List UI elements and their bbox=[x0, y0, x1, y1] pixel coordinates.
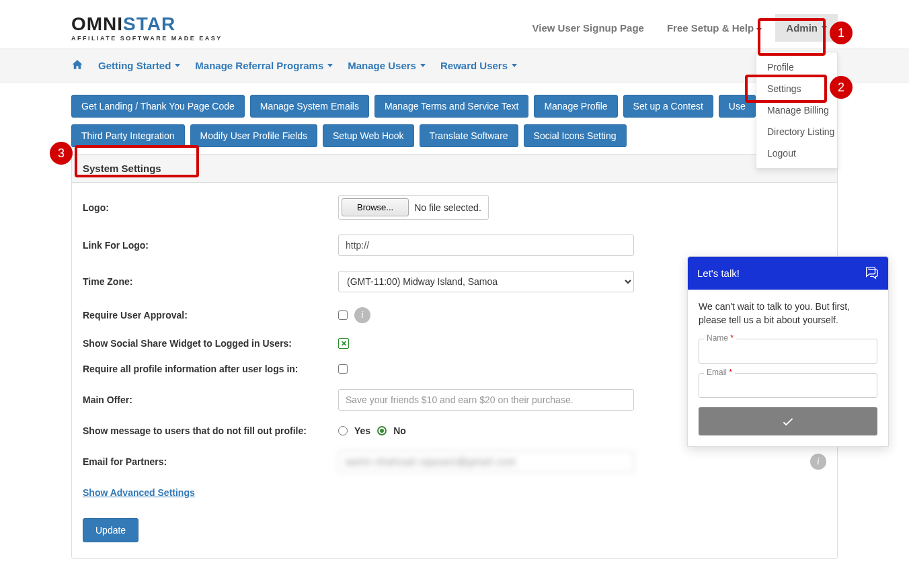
chat-intro-text: We can't wait to talk to you. But first,… bbox=[699, 300, 877, 327]
label-require-profile: Require all profile information after us… bbox=[83, 364, 338, 374]
annotation-number-3: 3 bbox=[50, 142, 73, 165]
btn-use[interactable]: Use bbox=[719, 95, 756, 118]
radio-show-msg-yes[interactable] bbox=[338, 426, 348, 435]
btn-setup-webhook[interactable]: Setup Web Hook bbox=[323, 124, 414, 147]
btn-terms-service[interactable]: Manage Terms and Service Text bbox=[374, 95, 528, 118]
chat-label-email: Email * bbox=[704, 368, 735, 377]
radio-show-msg-no[interactable] bbox=[377, 426, 387, 435]
btn-modify-profile-fields[interactable]: Modify User Profile Fields bbox=[190, 124, 318, 147]
caret-down-icon bbox=[420, 64, 426, 67]
logo-tagline: AFFILIATE SOFTWARE MADE EASY bbox=[71, 35, 223, 42]
input-email-partners[interactable] bbox=[338, 451, 634, 472]
btn-translate-software[interactable]: Translate Software bbox=[420, 124, 518, 147]
info-icon[interactable]: i bbox=[810, 454, 826, 470]
label-show-message: Show message to users that do not fill o… bbox=[83, 425, 338, 436]
label-timezone: Time Zone: bbox=[83, 276, 338, 287]
menu-item-settings[interactable]: Settings bbox=[756, 78, 837, 99]
caret-down-icon bbox=[822, 26, 827, 30]
chat-widget: Let's talk! We can't wait to talk to you… bbox=[687, 256, 889, 447]
btn-third-party-integration[interactable]: Third Party Integration bbox=[71, 124, 185, 147]
label-link-logo: Link For Logo: bbox=[83, 240, 338, 251]
admin-menu-button[interactable]: Admin bbox=[775, 14, 838, 42]
input-main-offer[interactable] bbox=[338, 389, 634, 411]
logo-text-a: OMNI bbox=[71, 13, 123, 34]
checkbox-require-approval[interactable] bbox=[338, 310, 348, 320]
menu-item-billing[interactable]: Manage Billing bbox=[756, 99, 837, 121]
btn-landing-code[interactable]: Get Landing / Thank You Page Code bbox=[71, 95, 245, 118]
file-status: No file selected. bbox=[414, 202, 485, 213]
caret-down-icon bbox=[512, 64, 517, 67]
btn-manage-profile[interactable]: Manage Profile bbox=[534, 95, 617, 118]
brand-logo: OMNISTAR AFFILIATE SOFTWARE MADE EASY bbox=[71, 13, 223, 42]
menu-item-logout[interactable]: Logout bbox=[756, 142, 837, 164]
update-button[interactable]: Update bbox=[83, 518, 139, 542]
select-timezone[interactable]: (GMT-11:00) Midway Island, Samoa bbox=[338, 271, 634, 292]
btn-social-icons[interactable]: Social Icons Setting bbox=[524, 124, 627, 147]
home-icon[interactable] bbox=[71, 58, 83, 73]
view-signup-link[interactable]: View User Signup Page bbox=[523, 14, 654, 42]
caret-down-icon bbox=[175, 64, 180, 67]
nav-manage-users[interactable]: Manage Users bbox=[348, 60, 426, 71]
free-setup-link[interactable]: Free Setup & Help bbox=[658, 14, 771, 42]
checkbox-require-profile[interactable] bbox=[338, 364, 348, 374]
input-link-logo[interactable] bbox=[338, 235, 634, 256]
chat-submit-button[interactable] bbox=[699, 407, 877, 435]
nav-reward-users[interactable]: Reward Users bbox=[440, 60, 517, 71]
nav-getting-started[interactable]: Getting Started bbox=[98, 60, 180, 71]
chat-icon bbox=[864, 265, 879, 282]
label-social-share: Show Social Share Widget to Logged in Us… bbox=[83, 338, 338, 349]
label-email-partners: Email for Partners: bbox=[83, 456, 338, 467]
file-input-logo[interactable]: Browse... No file selected. bbox=[338, 195, 489, 220]
chat-title: Let's talk! bbox=[697, 267, 740, 279]
caret-down-icon bbox=[327, 64, 333, 67]
label-require-approval: Require User Approval: bbox=[83, 310, 338, 321]
btn-system-emails[interactable]: Manage System Emails bbox=[250, 95, 369, 118]
link-advanced-settings[interactable]: Show Advanced Settings bbox=[83, 487, 195, 498]
radio-label-no: No bbox=[393, 425, 406, 436]
info-icon[interactable]: i bbox=[354, 307, 370, 323]
caret-down-icon bbox=[756, 28, 762, 32]
check-icon bbox=[781, 414, 795, 429]
btn-setup-contest[interactable]: Set up a Contest bbox=[623, 95, 713, 118]
admin-dropdown: Profile Settings Manage Billing Director… bbox=[756, 52, 838, 169]
panel-title: System Settings bbox=[72, 155, 837, 183]
browse-button[interactable]: Browse... bbox=[342, 198, 409, 216]
chat-label-name: Name * bbox=[704, 333, 736, 343]
checkbox-social-share[interactable]: ✕ bbox=[338, 338, 349, 349]
nav-manage-programs[interactable]: Manage Referral Programs bbox=[195, 60, 333, 71]
label-logo: Logo: bbox=[83, 202, 338, 213]
menu-item-directory[interactable]: Directory Listing bbox=[756, 121, 837, 142]
radio-label-yes: Yes bbox=[354, 425, 370, 436]
chat-header[interactable]: Let's talk! bbox=[688, 257, 888, 290]
menu-item-profile[interactable]: Profile bbox=[756, 56, 837, 78]
logo-text-b: STAR bbox=[123, 13, 175, 34]
label-main-offer: Main Offer: bbox=[83, 394, 338, 405]
